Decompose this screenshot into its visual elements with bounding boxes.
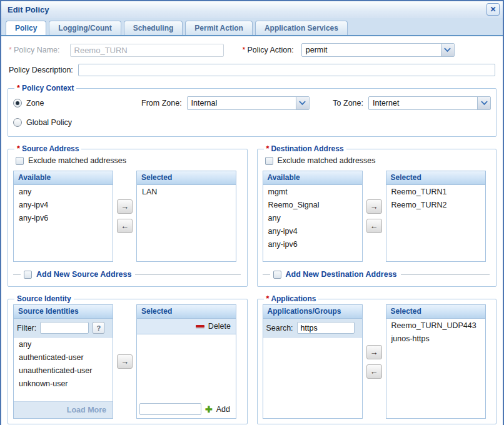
move-left-button[interactable]: ←	[366, 219, 382, 233]
list-item[interactable]: Reemo_TURN2	[386, 198, 485, 211]
source-available-list: any any-ipv4 any-ipv6	[14, 185, 113, 261]
required-marker: *	[17, 84, 20, 92]
list-item[interactable]: any-ipv4	[14, 198, 113, 211]
list-item[interactable]: any-ipv4	[263, 224, 362, 238]
global-policy-radio-label: Global Policy	[26, 118, 72, 127]
list-item[interactable]: LAN	[137, 185, 236, 198]
tab-label: Scheduling	[133, 24, 174, 32]
from-zone-select[interactable]: Internal	[187, 96, 310, 110]
source-address-fieldset: *Source Address Exclude matched addresse…	[8, 144, 248, 287]
list-item[interactable]: any	[14, 338, 113, 351]
list-item[interactable]: unknown-user	[14, 377, 113, 390]
destination-address-legend: *Destination Address	[264, 144, 346, 153]
arrow-left-icon: ←	[370, 367, 378, 376]
add-identity-input[interactable]	[139, 403, 201, 415]
required-marker: *	[266, 144, 270, 153]
from-zone-value: Internal	[188, 97, 296, 109]
move-right-button[interactable]: →	[366, 199, 382, 214]
source-selected-panel: Selected LAN	[136, 171, 236, 262]
applications-dual-list: Applications/Groups Search: → ← Selected	[263, 304, 491, 419]
move-left-button[interactable]: ←	[366, 364, 382, 379]
identity-selected-header: Selected	[137, 305, 236, 319]
chevron-down-icon[interactable]	[296, 97, 309, 109]
list-item[interactable]: Reemo_TURN_UDP443	[386, 319, 485, 332]
list-item[interactable]: any	[263, 211, 362, 224]
chevron-down-icon[interactable]	[441, 44, 454, 56]
policy-description-label: Policy Description:	[9, 66, 73, 74]
zone-row: Zone From Zone: Internal To Zone: Intern…	[13, 94, 491, 112]
list-item[interactable]: unauthenticated-user	[14, 364, 113, 377]
destination-selected-list: Reemo_TURN1 Reemo_TURN2	[386, 185, 485, 261]
tab-strip: Policy Logging/Count Scheduling Permit A…	[1, 18, 503, 36]
applications-fieldset: *Applications Applications/Groups Search…	[257, 294, 497, 424]
tab-label: Application Services	[265, 24, 338, 32]
search-label: Search:	[266, 324, 293, 332]
list-item[interactable]: mgmt	[263, 185, 362, 198]
arrow-right-icon: →	[121, 202, 129, 211]
tab-permit-action[interactable]: Permit Action	[185, 21, 253, 35]
destination-exclude-row: Exclude matched addresses	[265, 156, 491, 165]
move-left-button[interactable]: ←	[117, 219, 133, 233]
tab-scheduling[interactable]: Scheduling	[124, 21, 183, 35]
delete-button[interactable]: Delete	[137, 319, 236, 334]
global-policy-row: Global Policy	[13, 114, 491, 131]
list-item[interactable]: any-ipv6	[14, 211, 113, 224]
tab-application-services[interactable]: Application Services	[255, 21, 348, 35]
address-section: *Source Address Exclude matched addresse…	[8, 144, 496, 294]
destination-selected-header: Selected	[386, 171, 485, 185]
arrow-left-icon: ←	[370, 221, 378, 231]
required-marker: *	[9, 46, 12, 54]
list-item[interactable]: Reemo_Signal	[263, 198, 362, 211]
move-right-button[interactable]: →	[117, 199, 133, 214]
move-right-button[interactable]: →	[366, 345, 382, 359]
global-policy-radio[interactable]	[13, 118, 22, 127]
list-item[interactable]: any	[14, 185, 113, 198]
applications-groups-panel: Applications/Groups Search:	[263, 304, 363, 419]
source-identity-fieldset: Source Identity Source Identities Filter…	[8, 294, 248, 424]
search-input[interactable]	[297, 322, 355, 334]
move-right-button[interactable]: →	[117, 354, 133, 369]
policy-action-value: permit	[302, 44, 441, 56]
list-item[interactable]: Reemo_TURN1	[386, 185, 485, 198]
add-new-source-checkbox[interactable]	[24, 271, 32, 279]
policy-description-input[interactable]	[78, 64, 495, 76]
close-button[interactable]: ✕	[486, 3, 500, 16]
required-marker: *	[17, 144, 20, 153]
list-item[interactable]: any-ipv6	[263, 238, 362, 251]
destination-address-dual-list: Available mgmt Reemo_Signal any any-ipv4…	[263, 171, 491, 262]
legend-text: Source Address	[22, 144, 79, 153]
arrow-right-icon: →	[121, 357, 129, 366]
list-item[interactable]: authenticated-user	[14, 351, 113, 364]
chevron-down-icon[interactable]	[477, 97, 490, 109]
list-item[interactable]: junos-https	[386, 332, 485, 345]
source-address-legend: *Source Address	[14, 144, 81, 153]
add-button[interactable]: Add	[216, 405, 230, 414]
filter-row: Filter: ?	[14, 319, 113, 338]
identity-selected-panel: Selected Delete ✚ Add	[136, 304, 236, 419]
add-new-source-row: Add New Source Address	[13, 268, 242, 281]
policy-name-input[interactable]	[70, 44, 224, 57]
add-new-destination-checkbox[interactable]	[273, 271, 281, 279]
applications-groups-header: Applications/Groups	[263, 305, 362, 319]
load-more-button[interactable]: Load More	[14, 401, 113, 418]
help-button[interactable]: ?	[93, 322, 104, 334]
destination-available-panel: Available mgmt Reemo_Signal any any-ipv4…	[263, 171, 363, 262]
tab-policy[interactable]: Policy	[6, 21, 46, 35]
delete-label: Delete	[208, 322, 231, 331]
filter-input[interactable]	[40, 322, 89, 334]
zone-radio[interactable]	[13, 99, 22, 108]
policy-action-select[interactable]: permit	[301, 43, 455, 57]
source-exclude-checkbox[interactable]	[16, 157, 24, 165]
policy-context-fieldset: *Policy Context Zone From Zone: Internal…	[8, 84, 496, 137]
destination-exclude-checkbox[interactable]	[265, 157, 273, 165]
to-zone-select[interactable]: Internet	[368, 96, 491, 110]
identity-applications-section: Source Identity Source Identities Filter…	[8, 294, 496, 425]
tab-logging-count[interactable]: Logging/Count	[49, 21, 121, 35]
destination-address-fieldset: *Destination Address Exclude matched add…	[257, 144, 497, 287]
source-identities-panel: Source Identities Filter: ? any authenti…	[13, 304, 113, 419]
source-selected-list: LAN	[137, 185, 236, 261]
dialog-content: * Policy Name: * Policy Action: permit P…	[1, 36, 503, 425]
arrow-right-icon: →	[370, 202, 378, 211]
add-new-destination-label: Add New Destination Address	[286, 270, 397, 279]
destination-selected-panel: Selected Reemo_TURN1 Reemo_TURN2	[386, 171, 486, 262]
